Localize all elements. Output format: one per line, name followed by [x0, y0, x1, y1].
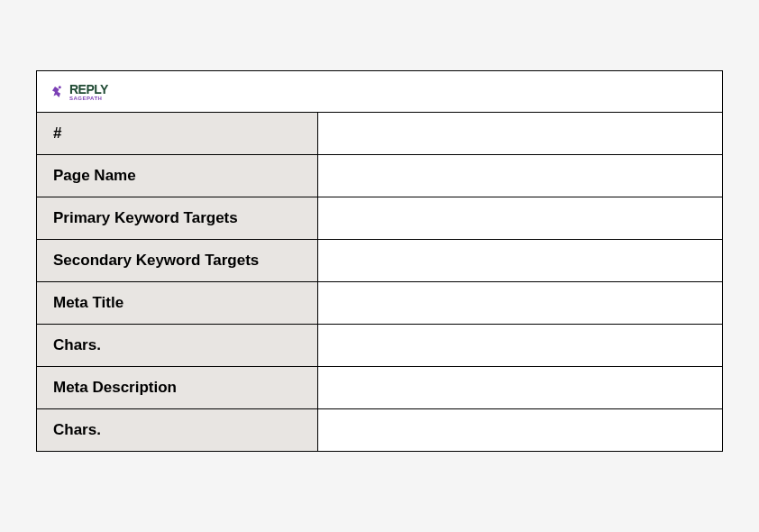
logo-sub-text: SAGEPATH — [69, 96, 108, 101]
row-label-primary-keywords: Primary Keyword Targets — [37, 197, 318, 239]
row-label-number: # — [37, 113, 318, 154]
row-value-secondary-keywords — [318, 240, 722, 281]
row-value-number — [318, 113, 722, 154]
row-label-description-chars: Chars. — [37, 409, 318, 451]
table-header: REPLY SAGEPATH — [37, 71, 722, 113]
row-label-secondary-keywords: Secondary Keyword Targets — [37, 240, 318, 281]
row-value-meta-description — [318, 367, 722, 408]
svg-point-0 — [59, 86, 61, 88]
row-value-title-chars — [318, 325, 722, 366]
row-value-meta-title — [318, 282, 722, 324]
reply-logo-icon — [50, 84, 66, 100]
table-row: Chars. — [37, 409, 722, 451]
logo: REPLY SAGEPATH — [50, 83, 108, 101]
table-row: Meta Description — [37, 367, 722, 409]
logo-main-text: REPLY — [69, 83, 108, 96]
row-label-meta-description: Meta Description — [37, 367, 318, 408]
row-value-page-name — [318, 155, 722, 197]
table-row: Page Name — [37, 155, 722, 197]
logo-text: REPLY SAGEPATH — [69, 83, 108, 101]
table-row: Meta Title — [37, 282, 722, 325]
table-row: Secondary Keyword Targets — [37, 240, 722, 282]
table-row: Chars. — [37, 325, 722, 367]
seo-table: REPLY SAGEPATH # Page Name Primary Keywo… — [36, 70, 723, 452]
row-label-title-chars: Chars. — [37, 325, 318, 366]
row-value-description-chars — [318, 409, 722, 451]
row-value-primary-keywords — [318, 197, 722, 239]
table-row: # — [37, 113, 722, 155]
row-label-meta-title: Meta Title — [37, 282, 318, 324]
row-label-page-name: Page Name — [37, 155, 318, 197]
table-row: Primary Keyword Targets — [37, 197, 722, 240]
